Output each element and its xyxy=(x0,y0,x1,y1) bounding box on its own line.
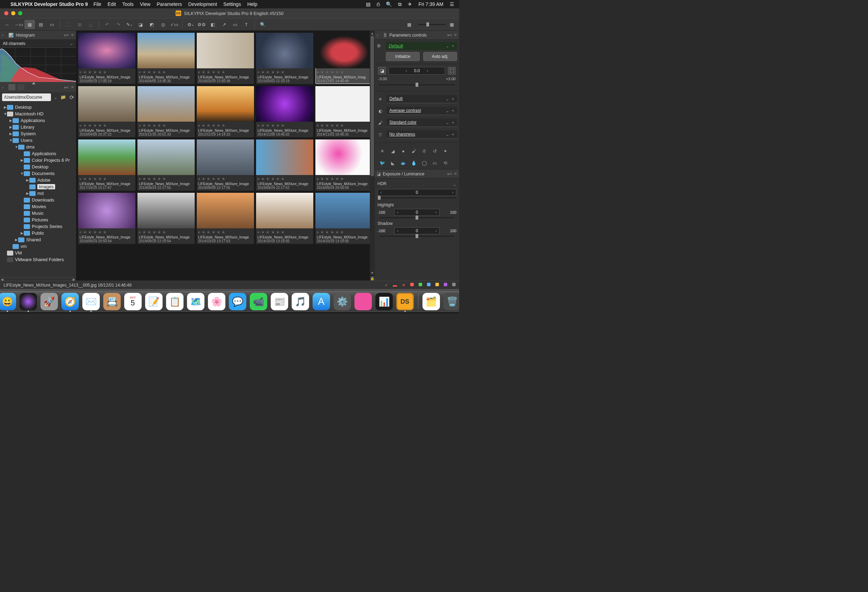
dock-photos[interactable]: 🌸 xyxy=(208,293,225,310)
preset-select[interactable]: Default ⌄ + xyxy=(386,42,457,50)
dock-facetime[interactable]: 📹 xyxy=(250,293,267,310)
tree-item[interactable]: Movies xyxy=(0,203,76,210)
menu-file[interactable]: File xyxy=(93,1,102,7)
batch-settings-button[interactable]: ⚙⚙ xyxy=(196,20,207,29)
dehaze-tool-icon[interactable]: 🐦 xyxy=(379,159,386,166)
rating-stars[interactable]: ★ ★ ★ ★ ★ xyxy=(317,70,371,75)
menu-tools[interactable]: Tools xyxy=(122,1,134,7)
increase-icon[interactable]: › xyxy=(450,190,456,195)
dock-cleanmymac[interactable] xyxy=(354,293,372,310)
hscroll-left-icon[interactable]: ◀ xyxy=(0,277,4,281)
thumbnail[interactable]: ★ ★ ★ ★ ★LIFEstyle_News_MiXture_Image201… xyxy=(78,193,135,244)
dock-silkypix[interactable]: DS xyxy=(396,293,414,310)
auto-adjust-button[interactable]: ✎₊ xyxy=(124,20,135,29)
rating-stars[interactable]: ★ ★ ★ ★ ★ xyxy=(198,123,252,128)
rating-stars[interactable]: ★ ★ ★ ★ ★ xyxy=(80,123,134,128)
exposure-value-spinner[interactable]: ‹ 0.0 › xyxy=(389,67,445,75)
sharpness-select[interactable]: No sharpness⌄+ xyxy=(387,130,457,139)
app-menu[interactable]: SILKYPIX Developer Studio Pro 9 xyxy=(10,1,88,7)
fisheye-tool-icon[interactable]: 🐟 xyxy=(400,159,407,166)
dropper-tool-icon[interactable]: 💧 xyxy=(410,159,417,166)
eraser-button[interactable]: ◧ xyxy=(208,20,218,29)
brush-tool-button[interactable]: ✓▭ xyxy=(169,20,179,29)
rating-stars[interactable]: ★ ★ ★ ★ ★ xyxy=(257,70,312,75)
increase-icon[interactable]: › xyxy=(427,68,428,73)
thumbnail[interactable]: ★ ★ ★ ★ ★LIFEstyle_News_MiXture_Image201… xyxy=(256,33,313,84)
tree-item[interactable]: ▶Shared xyxy=(0,236,76,243)
dock-itunes[interactable]: 🎵 xyxy=(292,293,309,310)
vertical-scrollbar[interactable]: ▲ ▼ xyxy=(370,31,375,275)
thumbnail[interactable]: ★ ★ ★ ★ ★LIFEstyle_News_MiXture_Image201… xyxy=(197,33,254,84)
loupe-button[interactable]: 🔍 xyxy=(257,20,268,29)
dock-siri[interactable] xyxy=(19,293,37,310)
color-select[interactable]: Standard color⌄+ xyxy=(387,119,457,127)
shadow-spinner[interactable]: ‹0› xyxy=(394,227,440,234)
tree-item[interactable]: ▶Desktop xyxy=(0,104,76,110)
notification-center-icon[interactable]: ☰ xyxy=(450,1,454,7)
scroll-up-icon[interactable]: ▲ xyxy=(370,31,375,35)
undo-button[interactable]: ↶ xyxy=(102,20,112,29)
rating-stars[interactable]: ★ ★ ★ ★ ★ xyxy=(139,70,193,75)
hammer-button[interactable]: T xyxy=(241,20,251,29)
menu-view[interactable]: View xyxy=(140,1,151,7)
rating-stars[interactable]: ★ ★ ★ ★ ★ xyxy=(257,123,312,128)
panel-collapse-icon[interactable]: ▸≡ xyxy=(65,85,69,90)
path-dropdown-icon[interactable]: ⌄ xyxy=(54,95,58,100)
white-balance-select[interactable]: Default⌄+ xyxy=(387,95,457,103)
color-label[interactable] xyxy=(419,283,422,286)
dock-folder[interactable]: 🗂️ xyxy=(422,293,440,310)
rating-stars[interactable]: ★ ★ ★ ★ ★ xyxy=(317,123,371,128)
preview-view-button[interactable]: ▭ xyxy=(47,20,57,29)
thumbnail[interactable]: ★ ★ ★ ★ ★LIFEstyle_News_MiXture_Image201… xyxy=(78,86,135,137)
dock-safari[interactable]: 🧭 xyxy=(61,293,79,310)
tree-item[interactable]: ▶Adobe xyxy=(0,177,76,183)
spotlight-icon[interactable]: 🔍 xyxy=(386,1,392,7)
highlight-spinner[interactable]: ‹0› xyxy=(394,209,440,216)
tree-item[interactable]: ▶md xyxy=(0,190,76,197)
tree-item[interactable]: ▼Macintosh HD xyxy=(0,110,76,117)
thumbnail[interactable]: ★ ★ ★ ★ ★LIFEstyle_News_MiXture_Image201… xyxy=(137,33,195,84)
forward-button[interactable]: →▭ xyxy=(13,20,24,29)
dock-messages[interactable]: 💬 xyxy=(229,293,246,310)
rating-stars[interactable]: ★ ★ ★ ★ ★ xyxy=(80,230,134,235)
rating-stars[interactable]: ★ ★ ★ ★ ★ xyxy=(139,230,193,235)
perspective-tool-icon[interactable]: ◣ xyxy=(389,159,396,166)
printer-icon[interactable]: ⎙ xyxy=(377,1,379,7)
rating-stars[interactable]: ★ ★ ★ ★ ★ xyxy=(80,177,134,181)
tree-item[interactable]: ▶Applications xyxy=(0,117,76,124)
print-button[interactable]: ▭ xyxy=(230,20,241,29)
tree-item[interactable]: Images xyxy=(0,183,76,190)
rating-stars[interactable]: ★ ★ ★ ★ ★ xyxy=(198,230,252,235)
brush-tool-icon[interactable]: 🖌 xyxy=(410,147,417,155)
color-label[interactable] xyxy=(452,283,456,286)
tree-item[interactable]: ▼dmx xyxy=(0,144,76,150)
menu-development[interactable]: Development xyxy=(188,1,217,7)
clone-tool-icon[interactable]: ◯ xyxy=(421,159,428,166)
thumbnail[interactable]: ★ ★ ★ ★ ★LIFEstyle_News_MiXture_Image201… xyxy=(197,140,254,191)
noise-tool-icon[interactable]: ● xyxy=(400,147,407,155)
chevron-left-icon[interactable]: ‹ xyxy=(2,85,6,90)
thumbnail[interactable]: ★ ★ ★ ★ ★LIFEstyle_News_MiXture_Image201… xyxy=(256,193,313,244)
dock-maps[interactable]: 🗺️ xyxy=(187,293,204,310)
color-label[interactable] xyxy=(410,283,414,286)
crop-tool-button[interactable]: ◪ xyxy=(135,20,146,29)
tree-item[interactable]: ▶System xyxy=(0,130,76,137)
dock-notes[interactable]: 📝 xyxy=(145,293,162,310)
thumbnail[interactable]: ★ ★ ★ ★ ★LIFEstyle_News_MiXture_Image201… xyxy=(315,86,373,137)
dock-launchpad[interactable]: 🚀 xyxy=(40,293,58,310)
check-icon[interactable]: ✓ xyxy=(384,283,388,288)
panel-collapse-icon[interactable]: ▸≡ xyxy=(447,172,452,176)
back-button[interactable]: ← xyxy=(2,20,13,29)
panel-close-icon[interactable]: ✕ xyxy=(71,33,74,37)
color-label[interactable] xyxy=(427,283,431,286)
grid-button[interactable]: ⊞ xyxy=(74,20,85,29)
tree-item[interactable]: vm xyxy=(0,243,76,250)
rotate-tool-button[interactable]: ◩ xyxy=(146,20,157,29)
tone-select[interactable]: Average contrast⌄+ xyxy=(387,107,457,115)
menu-settings[interactable]: Settings xyxy=(223,1,241,7)
gear-icon[interactable]: ⚙ xyxy=(377,43,383,49)
develop-settings-button[interactable]: ⚙₊ xyxy=(185,20,196,29)
chevron-down-icon[interactable]: ⌄ xyxy=(453,182,456,187)
color-label[interactable] xyxy=(444,283,447,286)
scroll-down-icon[interactable]: ▼ xyxy=(370,270,375,275)
